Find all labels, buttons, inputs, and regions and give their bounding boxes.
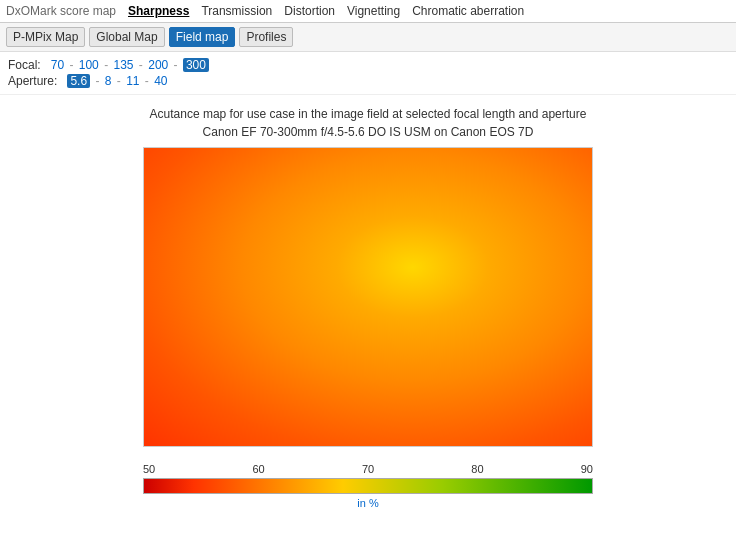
focal-row: Focal: 70 - 100 - 135 - 200 - 300: [8, 58, 728, 72]
acutance-map-container: [143, 147, 593, 447]
focal-135[interactable]: 135: [113, 58, 133, 72]
aperture-row: Aperture: 5.6 - 8 - 11 - 40: [8, 74, 728, 88]
aperture-8[interactable]: 8: [105, 74, 112, 88]
nav-transmission[interactable]: Transmission: [201, 4, 272, 18]
sub-navigation: P-MPix Map Global Map Field map Profiles: [0, 23, 736, 52]
subnav-pmpix[interactable]: P-MPix Map: [6, 27, 85, 47]
chart-title-line1: Acutance map for use case in the image f…: [20, 105, 716, 123]
focal-200[interactable]: 200: [148, 58, 168, 72]
scale-80: 80: [471, 463, 483, 475]
scale-60: 60: [252, 463, 264, 475]
focal-70[interactable]: 70: [51, 58, 64, 72]
aperture-40[interactable]: 40: [154, 74, 167, 88]
nav-chromatic[interactable]: Chromatic aberration: [412, 4, 524, 18]
color-scale: 50 60 70 80 90 in %: [143, 463, 593, 509]
scale-90: 90: [581, 463, 593, 475]
scale-70: 70: [362, 463, 374, 475]
focal-300-selected[interactable]: 300: [183, 58, 209, 72]
focal-100[interactable]: 100: [79, 58, 99, 72]
nav-sharpness[interactable]: Sharpness: [128, 4, 189, 18]
focal-label: Focal:: [8, 58, 41, 72]
scale-unit: in %: [143, 497, 593, 509]
aperture-56-selected[interactable]: 5.6: [67, 74, 90, 88]
main-content: Acutance map for use case in the image f…: [0, 95, 736, 523]
scale-labels: 50 60 70 80 90: [143, 463, 593, 475]
scale-bar: [143, 478, 593, 494]
scale-50: 50: [143, 463, 155, 475]
brand-label: DxOMark score map: [6, 4, 116, 18]
subnav-field[interactable]: Field map: [169, 27, 236, 47]
subnav-global[interactable]: Global Map: [89, 27, 164, 47]
nav-distortion[interactable]: Distortion: [284, 4, 335, 18]
top-navigation: DxOMark score map Sharpness Transmission…: [0, 0, 736, 23]
acutance-map: [143, 147, 593, 447]
chart-title-line2: Canon EF 70-300mm f/4.5-5.6 DO IS USM on…: [20, 123, 716, 141]
controls-panel: Focal: 70 - 100 - 135 - 200 - 300 Apertu…: [0, 52, 736, 95]
subnav-profiles[interactable]: Profiles: [239, 27, 293, 47]
chart-title: Acutance map for use case in the image f…: [20, 105, 716, 141]
aperture-label: Aperture:: [8, 74, 57, 88]
nav-vignetting[interactable]: Vignetting: [347, 4, 400, 18]
aperture-11[interactable]: 11: [126, 74, 139, 88]
